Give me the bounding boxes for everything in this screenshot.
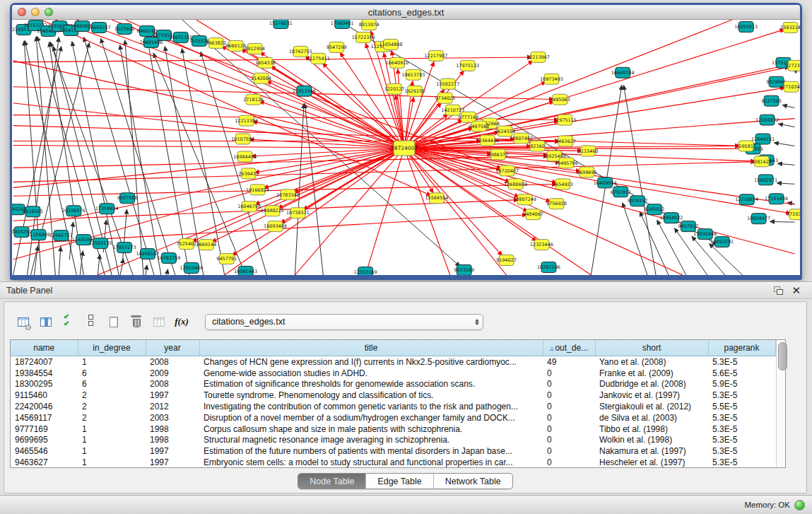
graph-node[interactable]: 1626155 bbox=[405, 86, 425, 96]
graph-node[interactable]: 9194027 bbox=[496, 255, 517, 266]
graph-node[interactable]: 9079197 bbox=[628, 196, 648, 206]
graph-node[interactable]: 17975133 bbox=[456, 60, 479, 71]
close-window-button[interactable] bbox=[18, 8, 26, 16]
table-row[interactable]: 2242004622012Investigating the contribut… bbox=[11, 401, 775, 412]
graph-node[interactable]: 16055813 bbox=[734, 21, 758, 32]
tab-network-table[interactable]: Network Table bbox=[434, 474, 512, 489]
graph-node[interactable]: 10107554 bbox=[231, 134, 254, 144]
column-header-in-degree[interactable]: in_degree bbox=[78, 340, 146, 356]
tab-node-table[interactable]: Node Table bbox=[298, 474, 366, 489]
graph-node[interactable]: 17957273 bbox=[113, 243, 136, 253]
graph-node[interactable]: 9097588 bbox=[117, 193, 138, 204]
vertical-scrollbar[interactable] bbox=[776, 340, 786, 467]
table-row[interactable]: 1830029562008Estimation of significance … bbox=[11, 379, 775, 390]
graph-node[interactable]: 6791913 bbox=[611, 187, 631, 197]
graph-node[interactable]: 10954022 bbox=[659, 213, 683, 223]
table-selector-dropdown[interactable]: citations_edges.txt bbox=[205, 314, 483, 330]
column-header-out-de-[interactable]: ▵out_de... bbox=[543, 340, 595, 356]
tab-edge-table[interactable]: Edge Table bbox=[366, 474, 433, 489]
graph-node[interactable]: 82160 bbox=[530, 141, 545, 151]
graph-node[interactable]: 9553169 bbox=[454, 265, 474, 275]
graph-node[interactable]: 1654338 bbox=[255, 57, 276, 68]
table-options-icon[interactable] bbox=[14, 313, 33, 330]
scrollbar-thumb[interactable] bbox=[778, 342, 787, 370]
column-header-short[interactable]: short bbox=[595, 340, 708, 356]
table-row[interactable]: 977716911998Corpus callosum shape and si… bbox=[11, 424, 775, 435]
citation-graph[interactable]: 2105572420157272194040612191653620541576… bbox=[12, 20, 800, 275]
graph-node[interactable]: 1527602 bbox=[114, 23, 135, 34]
graph-node[interactable]: 12942757 bbox=[49, 230, 73, 241]
column-header-pagerank[interactable]: pagerank bbox=[708, 340, 775, 356]
graph-node[interactable]: 17359924 bbox=[95, 204, 119, 214]
column-header-title[interactable]: title bbox=[199, 340, 543, 356]
graph-node[interactable]: 2616505 bbox=[23, 206, 43, 217]
table-row[interactable]: 946362711997Embryonic stem cells: a mode… bbox=[11, 457, 775, 468]
close-panel-icon[interactable]: ✕ bbox=[792, 286, 801, 295]
graph-node[interactable]: 16648784 bbox=[611, 67, 635, 78]
graph-node[interactable]: 10853291 bbox=[710, 237, 734, 247]
graph-node[interactable]: 9654923 bbox=[553, 179, 573, 189]
graph-node[interactable]: 7986372 bbox=[488, 149, 508, 160]
graph-node[interactable]: 6497568 bbox=[469, 121, 489, 132]
graph-node[interactable]: 16782759 bbox=[157, 253, 180, 264]
graph-node[interactable]: 15276031 bbox=[269, 20, 293, 28]
graph-node[interactable]: 10282196 bbox=[537, 262, 560, 273]
graph-node[interactable]: 16409954 bbox=[594, 177, 617, 188]
graph-node[interactable]: 12032446 bbox=[693, 229, 717, 240]
float-panel-icon[interactable] bbox=[774, 286, 783, 295]
graph-node[interactable]: 7639431 bbox=[238, 168, 259, 179]
delete-column-icon[interactable] bbox=[127, 313, 146, 330]
table-row[interactable]: 1456911722003Disruption of a novel membe… bbox=[11, 412, 775, 424]
show-columns-icon[interactable] bbox=[37, 313, 55, 330]
row-checks-icon[interactable] bbox=[59, 313, 78, 330]
graph-node[interactable]: 11275411 bbox=[307, 53, 330, 64]
graph-node[interactable]: 8912954 bbox=[245, 43, 265, 54]
graph-node[interactable]: 16091443 bbox=[234, 267, 257, 275]
graph-node[interactable]: 10984458 bbox=[233, 151, 257, 162]
graph-node[interactable]: 20206576 bbox=[62, 206, 86, 216]
graph-node[interactable]: 12217987 bbox=[424, 50, 447, 61]
graph-node[interactable]: 10924477 bbox=[747, 214, 770, 224]
graph-node[interactable]: 2718126 bbox=[243, 94, 264, 105]
graph-node[interactable]: 1720345 bbox=[787, 209, 800, 220]
graph-node[interactable]: 9547299 bbox=[326, 42, 347, 52]
graph-node[interactable]: 1595812 bbox=[736, 141, 756, 151]
graph-node[interactable]: 9756928 bbox=[546, 199, 567, 209]
table-row[interactable]: 1872400712008Changes of HCN gene express… bbox=[11, 356, 775, 368]
network-canvas[interactable]: 2105572420157272194040612191653620541576… bbox=[12, 20, 800, 275]
column-header-name[interactable]: name bbox=[11, 340, 78, 356]
graph-node[interactable]: 9457912 bbox=[678, 221, 698, 232]
graph-node[interactable]: 18724007 bbox=[391, 141, 418, 156]
graph-node[interactable]: 12923446 bbox=[180, 263, 203, 274]
new-column-icon[interactable] bbox=[105, 313, 123, 330]
graph-node[interactable]: 10807487 bbox=[510, 133, 533, 144]
column-header-year[interactable]: year bbox=[146, 340, 199, 356]
graph-node[interactable]: 7485063 bbox=[550, 94, 570, 105]
window-titlebar[interactable]: citations_edges.txt bbox=[12, 5, 800, 20]
graph-node[interactable]: 12210654 bbox=[735, 194, 758, 205]
stacked-rows-icon[interactable] bbox=[82, 313, 100, 330]
graph-node[interactable]: 19166824 bbox=[246, 185, 269, 195]
graph-node[interactable]: 9463627 bbox=[555, 136, 576, 146]
function-builder-icon[interactable] bbox=[172, 313, 191, 330]
graph-node[interactable]: 12093872 bbox=[755, 115, 779, 125]
graph-node[interactable]: 17103456 bbox=[765, 194, 788, 204]
graph-node[interactable]: 9660128 bbox=[225, 40, 246, 51]
graph-node[interactable]: 1669144 bbox=[196, 240, 216, 250]
graph-node[interactable]: 9699695 bbox=[577, 167, 597, 177]
graph-node[interactable]: 9457791 bbox=[216, 254, 237, 264]
graph-node[interactable]: 18783345 bbox=[276, 189, 300, 200]
zoom-window-button[interactable] bbox=[45, 8, 53, 16]
graph-node[interactable]: 1081629 bbox=[751, 156, 772, 167]
graph-node[interactable]: 19613783 bbox=[402, 69, 425, 80]
graph-node[interactable]: 16093489 bbox=[264, 221, 287, 232]
table-row[interactable]: 1938455462009Genome-wide association stu… bbox=[11, 368, 775, 379]
graph-node[interactable]: 9227343 bbox=[761, 95, 782, 106]
graph-node[interactable]: 1593214 bbox=[780, 22, 800, 33]
table-row[interactable]: 969969511998Structural magnetic resonanc… bbox=[11, 435, 775, 446]
graph-node[interactable]: 12323446 bbox=[530, 240, 553, 250]
table-row[interactable]: 946554611997Estimation of the future num… bbox=[11, 445, 775, 457]
graph-node[interactable]: 15692971 bbox=[754, 175, 777, 185]
graph-node[interactable]: 16640910 bbox=[386, 57, 409, 68]
minimize-window-button[interactable] bbox=[31, 8, 40, 16]
